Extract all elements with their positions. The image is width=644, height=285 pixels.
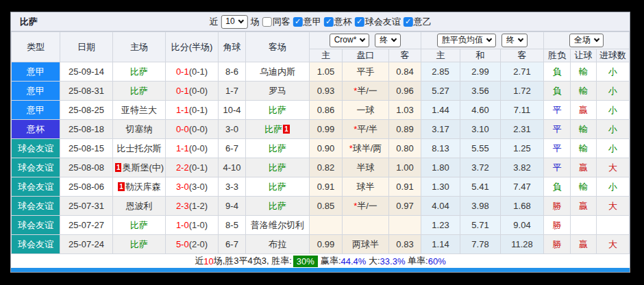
handicap-result: 輸 [571, 120, 597, 139]
odds-home-value: 0.93 [310, 82, 343, 101]
odds-away-value: 1.00 [389, 158, 421, 177]
full-time-score: 1-0 [176, 220, 189, 230]
avg-period-select[interactable]: 终 [501, 34, 528, 47]
outcome-result: 負 [544, 177, 571, 197]
handicap-value: 两球半 [343, 235, 389, 254]
half-time-score: (0-0) [189, 124, 208, 134]
outcome-result: 負 [544, 82, 571, 101]
avg-away-value: 9.04 [501, 216, 544, 235]
full-time-score: 1-1 [176, 143, 189, 153]
corners-value: 6-7 [219, 139, 246, 158]
chevron-down-icon [486, 36, 492, 42]
home-team: 比萨 [113, 62, 166, 82]
league-type-badge: 球会友谊 [12, 158, 60, 177]
league-type-badge: 意甲 [12, 101, 60, 120]
full-time-score: 0-1 [176, 66, 189, 77]
chevron-down-icon [594, 36, 599, 42]
match-row: 意甲 25-08-25 亚特兰大 1-1(0-1) 10-4 比萨 0.86 一… [12, 101, 630, 120]
corners-value: 8-5 [219, 216, 246, 235]
away-team: 乌迪内斯 [246, 62, 310, 82]
handicap-result [571, 216, 597, 235]
odds-history-panel: 比萨 近 10 场 同客 ✓ 意甲 ✓ 意杯 ✓ 球会友谊 [10, 12, 630, 273]
footer-seg4-value: 60% [428, 256, 446, 267]
avg-draw-value: 3.72 [460, 158, 501, 177]
away-team: 比萨 [246, 158, 310, 177]
footer-seg2-label: 赢率: [321, 255, 341, 267]
coppa-label: 意杯 [334, 16, 352, 28]
match-row: 球会友谊 25-07-31 恩波利 2-3(1-2) 9-4 比萨 0.85 *… [12, 197, 630, 216]
serie-a-checkbox[interactable]: ✓ [293, 17, 303, 27]
recent-count-select[interactable]: 10 [221, 15, 247, 29]
col-header-score: 比分(半场) [166, 32, 219, 62]
match-date: 25-08-18 [60, 120, 113, 139]
match-date: 25-08-31 [60, 82, 113, 101]
match-rows: 意甲 25-09-14 比萨 0-1(0-1) 8-6 乌迪内斯 1.05 平手… [12, 62, 630, 254]
avg-away-value: 11.28 [501, 235, 544, 254]
avg-home-value: 2.85 [421, 62, 460, 82]
footer-prefix: 近 [195, 255, 203, 267]
match-date: 25-09-14 [60, 62, 113, 82]
scope-value: 全场 [574, 35, 591, 45]
chevron-down-icon [518, 36, 523, 42]
filter-serie-a: ✓ 意甲 [293, 16, 321, 28]
full-time-score: 2-3 [176, 201, 189, 211]
match-date: 25-08-25 [60, 101, 113, 120]
odds-away-value: 0.97 [389, 197, 421, 216]
summary-footer: 近10场,胜3平4负3, 胜率:30%赢率:44.4% 大:33.3% 单率:6… [11, 254, 630, 268]
avg-draw-value: 3.10 [460, 120, 501, 139]
score-cell: 0-1(0-0) [166, 82, 219, 101]
col-header-type: 类型 [12, 32, 60, 62]
away-team: 罗马 [246, 82, 310, 101]
odds-home-value: 0.99 [310, 235, 343, 254]
sub-header-handicap: 盘口 [343, 49, 389, 62]
outcome-result: 平 [544, 120, 571, 139]
odds-home-value: 0.90 [310, 139, 343, 158]
col-header-home: 主场 [113, 32, 166, 62]
avg-type-select[interactable]: 胜平负均值 [437, 34, 496, 47]
win-rate-badge: 30% [293, 256, 318, 267]
corners-value: 8-6 [219, 62, 246, 82]
filter-coppa: ✓ 意杯 [324, 16, 352, 28]
home-team: 亚特兰大 [113, 101, 166, 120]
odds-period-select[interactable]: 终 [375, 34, 401, 47]
serie-b-checkbox[interactable]: ✓ [404, 17, 413, 27]
home-team: 比萨 [113, 235, 166, 254]
score-cell: 0-0(0-0) [166, 120, 219, 139]
avg-draw-value: 7.78 [460, 235, 501, 254]
sub-header-handicap-result: 让球 [571, 49, 597, 62]
full-time-score: 0-0 [176, 124, 189, 134]
chevron-down-icon [238, 17, 243, 23]
sub-header-avg-draw: 和 [460, 49, 501, 62]
handicap-value: 半球 [343, 158, 389, 177]
avg-draw-value: 5.41 [460, 177, 501, 197]
matches-table: 类型 日期 主场 比分(半场) 角球 客场 Crow* 终 [11, 32, 630, 254]
sub-header-avg-home: 主 [421, 49, 460, 62]
friendly-checkbox[interactable]: ✓ [355, 17, 364, 27]
league-type-badge: 意甲 [12, 62, 60, 82]
scope-select[interactable]: 全场 [569, 34, 604, 47]
recent-count-value: 10 [225, 16, 234, 27]
same-away-checkbox[interactable] [262, 17, 272, 27]
odds-away-value: 0.83 [389, 235, 421, 254]
odds-source-select[interactable]: Crow* [330, 34, 370, 47]
team-title: 比萨 [20, 16, 38, 28]
avg-type-value: 胜平负均值 [442, 35, 483, 45]
away-team: 比萨 [246, 139, 310, 158]
goals-result: 小 [597, 62, 630, 82]
odds-home-value [310, 216, 343, 235]
outcome-result: 平 [544, 101, 571, 120]
avg-home-value: 3.17 [421, 120, 460, 139]
avg-draw-value: 5.71 [460, 216, 501, 235]
odds-away-value: 0.89 [389, 120, 421, 139]
avg-away-value: 1.68 [501, 197, 544, 216]
coppa-checkbox[interactable]: ✓ [324, 17, 334, 27]
home-team: 比士托尔斯 [113, 139, 166, 158]
half-time-score: (0-1) [189, 66, 208, 77]
league-type-badge: 球会友谊 [12, 235, 60, 254]
away-team: 比萨 [246, 197, 310, 216]
score-cell: 1-1(0-1) [166, 101, 219, 120]
col-header-away: 客场 [246, 32, 310, 62]
footer-summary: 场,胜3平4负3, 胜率: [214, 255, 292, 267]
match-date: 25-07-31 [60, 197, 113, 216]
match-date: 25-08-06 [60, 177, 113, 197]
